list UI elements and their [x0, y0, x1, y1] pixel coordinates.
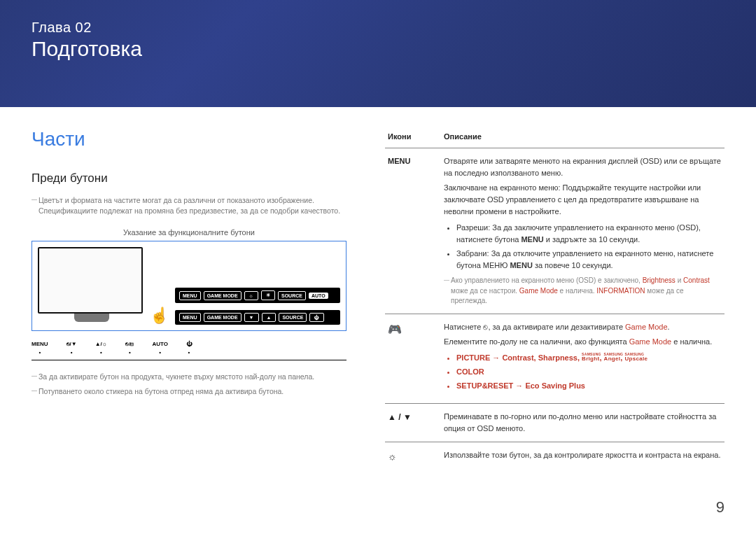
table-row: 🎮 Натиснете ⎋, за да активирате или деза… [385, 314, 724, 403]
btn-source: SOURCE [278, 291, 306, 300]
panel-nav-up: ▲/☼ [95, 341, 107, 356]
gamepad-bullets: PICTURE → Contrast, Sharpness, Bright, A… [444, 352, 722, 392]
button-row-bottom: MENU GAME MODE ▼ ▲ SOURCE ⏻ [175, 310, 340, 325]
note-tap-sticker: Потупването около стикера на бутона отпр… [31, 386, 346, 397]
panel-auto: AUTO [152, 341, 168, 356]
table-row: ☼ Използвайте този бутон, за да контроли… [385, 442, 724, 472]
panel-strip: MENU ⎋/▼ ▲/☼ ⎋/⊟ AUTO ⏻ [31, 341, 346, 360]
note-color-shape: Цветът и формата на частите могат да са … [31, 195, 346, 216]
btn-up-icon: ▲ [262, 313, 276, 322]
panel-power: ⏻ [186, 341, 192, 356]
hand-icon: ☝ [148, 307, 169, 325]
button-row-top: MENU GAME MODE ☼ ☀ SOURCE AUTO [175, 288, 340, 303]
gamepad-icon: 🎮 [388, 323, 402, 335]
panel-nav-down: ⎋/▼ [66, 341, 77, 356]
btn-gamemode-2: GAME MODE [204, 313, 241, 322]
chapter-label: Глава 02 [31, 20, 724, 36]
table-row: MENU Отваряте или затваряте менюто на ек… [385, 148, 724, 314]
panel-menu: MENU [31, 341, 48, 356]
gamepad-line2: Елементите по-долу не са налични, ако фу… [444, 336, 722, 348]
desc-cell-sun: Използвайте този бутон, за да контролира… [441, 442, 724, 472]
desc-cell-menu: Отваряте или затваряте менюто на екранни… [441, 148, 724, 314]
sub-heading: Преди бутони [31, 171, 346, 185]
panel-nav-src: ⎋/⊟ [125, 341, 134, 356]
icons-table: Икони Описание MENU Отваряте или затваря… [385, 128, 724, 472]
btn-down-icon: ▼ [244, 313, 259, 322]
chapter-banner: Глава 02 Подготовка [0, 0, 756, 107]
th-desc: Описание [441, 128, 724, 148]
btn-menu: MENU [179, 291, 201, 300]
page-number: 9 [716, 498, 724, 517]
table-row: ▲ / ▼ Преминавате в по-горно или по-долн… [385, 404, 724, 442]
icon-cell-sun: ☼ [385, 442, 441, 472]
btn-menu-2: MENU [179, 313, 201, 322]
icon-cell-arrows: ▲ / ▼ [385, 404, 441, 442]
gamepad-line1: Натиснете ⎋, за да активирате или дезакт… [444, 321, 722, 333]
content-area: Части Преди бутони Цветът и формата на ч… [0, 107, 756, 472]
th-icons: Икони [385, 128, 441, 148]
icon-cell-menu: MENU [385, 148, 441, 314]
menu-para2: Заключване на екранното меню: Поддържайт… [444, 182, 722, 218]
menu-para1: Отваряте или затваряте менюто на екранни… [444, 155, 722, 179]
right-column: Икони Описание MENU Отваряте или затваря… [385, 128, 724, 472]
bullet-setup: SETUP&RESET → Eco Saving Plus [456, 380, 722, 392]
chapter-title: Подготовка [31, 37, 724, 61]
bullet-picture: PICTURE → Contrast, Sharpness, Bright, A… [456, 352, 722, 364]
bullet-color: COLOR [456, 366, 722, 378]
diagram-wrap: Указание за функционалните бутони ☝ MENU… [31, 228, 346, 360]
btn-gamemode: GAME MODE [204, 291, 241, 300]
note-activate: За да активирате бутон на продукта, чукн… [31, 372, 346, 382]
btn-auto: AUTO [309, 293, 328, 299]
menu-bullet-disable: Забрани: За да отключите управлението на… [456, 248, 722, 272]
icon-cell-gamepad: 🎮 [385, 314, 441, 403]
monitor-illustration [38, 247, 143, 314]
btn-source-2: SOURCE [279, 313, 307, 322]
desc-cell-gamepad: Натиснете ⎋, за да активирате или дезакт… [441, 314, 724, 403]
menu-bullet-enable: Разреши: За да заключите управлението на… [456, 222, 722, 246]
diagram-caption: Указание за функционалните бутони [31, 228, 346, 237]
desc-cell-arrows: Преминавате в по-горно или по-долно меню… [441, 404, 724, 442]
menu-subnote: Ако управлението на екранното меню (OSD)… [444, 276, 722, 307]
section-heading: Части [31, 128, 346, 150]
menu-bullets: Разреши: За да заключите управлението на… [444, 222, 722, 272]
diagram-box: ☝ MENU GAME MODE ☼ ☀ SOURCE AUTO MENU GA… [31, 241, 346, 331]
callouts: MENU GAME MODE ☼ ☀ SOURCE AUTO MENU GAME… [175, 288, 340, 325]
btn-power-icon: ⏻ [309, 313, 324, 322]
left-column: Части Преди бутони Цветът и формата на ч… [31, 128, 346, 472]
btn-bright-icon: ☀ [261, 290, 275, 300]
btn-nav-icon: ☼ [244, 291, 258, 300]
